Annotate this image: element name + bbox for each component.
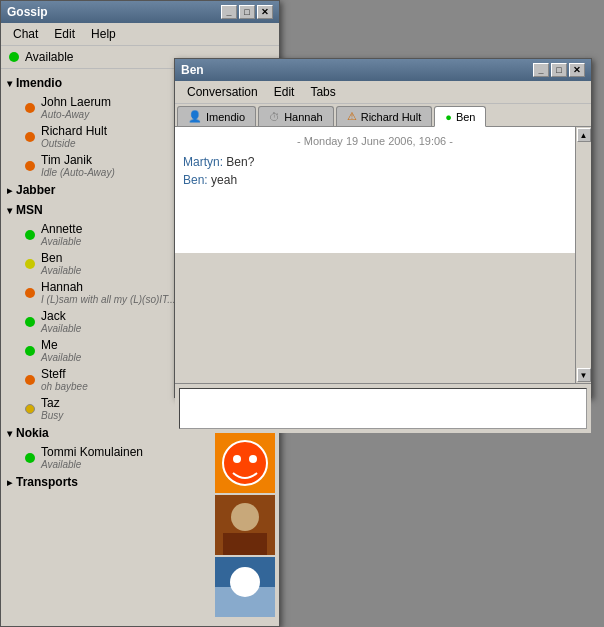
gossip-status-text: Available	[25, 50, 73, 64]
contact-name-jack: Jack	[41, 309, 81, 323]
scrollbar-down-button[interactable]: ▼	[577, 368, 591, 382]
chat-scrollbar: ▲ ▼	[575, 127, 591, 383]
contact-status-hannah: I (L)sam with all my (L)(so)IT...	[41, 294, 176, 305]
avatar-taz	[215, 557, 275, 617]
status-dot-icon	[9, 52, 19, 62]
scrollbar-track	[577, 142, 591, 368]
gossip-title: Gossip	[7, 5, 48, 19]
contact-dot-richard	[25, 132, 35, 142]
gossip-titlebar-buttons: _ □ ✕	[221, 5, 273, 19]
tab-icon-hannah: ⏱	[269, 111, 280, 123]
group-label-imendio: Imendio	[16, 76, 62, 90]
contact-dot-tommi	[25, 453, 35, 463]
group-arrow-msn: ▾	[7, 205, 12, 216]
contact-dot-annette	[25, 230, 35, 240]
gossip-menu-chat[interactable]: Chat	[5, 25, 46, 43]
contact-name-annette: Annette	[41, 222, 82, 236]
gossip-menu-help[interactable]: Help	[83, 25, 124, 43]
contact-status-jack: Available	[41, 323, 81, 334]
contact-status-tommi: Available	[41, 459, 143, 470]
contact-name-tim: Tim Janik	[41, 153, 115, 167]
contact-name-taz: Taz	[41, 396, 63, 410]
contact-dot-jack	[25, 317, 35, 327]
ben-titlebar: Ben _ □ ✕	[175, 59, 591, 81]
tab-ben[interactable]: ● Ben	[434, 106, 486, 127]
gossip-menubar: Chat Edit Help	[1, 23, 279, 46]
contact-status-richard: Outside	[41, 138, 107, 149]
tab-icon-ben: ●	[445, 111, 452, 123]
chat-sender-ben: Ben:	[183, 173, 211, 187]
tab-label-hannah: Hannah	[284, 111, 323, 123]
ben-menu-conversation[interactable]: Conversation	[179, 83, 266, 101]
chat-content-row: - Monday 19 June 2006, 19:06 - Martyn: B…	[175, 127, 591, 383]
chat-sender-martyn: Martyn:	[183, 155, 226, 169]
contact-status-john: Auto-Away	[41, 109, 111, 120]
ben-menu-edit[interactable]: Edit	[266, 83, 303, 101]
avatar-me	[215, 433, 275, 493]
contact-dot-me	[25, 346, 35, 356]
chat-input-area	[175, 383, 591, 433]
group-label-nokia: Nokia	[16, 426, 49, 440]
contact-dot-ben	[25, 259, 35, 269]
chat-text-martyn: Ben?	[226, 155, 254, 169]
svg-rect-9	[223, 533, 267, 555]
contact-name-john: John Laerum	[41, 95, 111, 109]
svg-point-6	[249, 455, 257, 463]
group-label-msn: MSN	[16, 203, 43, 217]
gossip-maximize-button[interactable]: □	[239, 5, 255, 19]
contact-dot-hannah	[25, 288, 35, 298]
ben-close-button[interactable]: ✕	[569, 63, 585, 77]
contact-status-tim: Idle (Auto-Away)	[41, 167, 115, 178]
tab-hannah[interactable]: ⏱ Hannah	[258, 106, 334, 126]
ben-window: Ben _ □ ✕ Conversation Edit Tabs 👤 Imend…	[174, 58, 592, 398]
chat-msg-martyn: Martyn: Ben?	[183, 155, 567, 169]
contact-status-taz: Busy	[41, 410, 63, 421]
tab-imendio[interactable]: 👤 Imendio	[177, 106, 256, 126]
ben-title: Ben	[181, 63, 204, 77]
avatar-steff	[215, 495, 275, 555]
group-label-transports: Transports	[16, 475, 78, 489]
gossip-menu-edit[interactable]: Edit	[46, 25, 83, 43]
contact-status-ben: Available	[41, 265, 81, 276]
tab-label-ben: Ben	[456, 111, 476, 123]
contact-name-steff: Steff	[41, 367, 88, 381]
chat-msg-ben: Ben: yeah	[183, 173, 567, 187]
group-arrow-jabber: ▸	[7, 185, 12, 196]
gossip-close-button[interactable]: ✕	[257, 5, 273, 19]
gossip-minimize-button[interactable]: _	[221, 5, 237, 19]
svg-point-5	[233, 455, 241, 463]
group-arrow-transports: ▸	[7, 477, 12, 488]
svg-point-12	[230, 567, 260, 597]
svg-point-8	[231, 503, 259, 531]
contact-name-me: Me	[41, 338, 81, 352]
tab-bar: 👤 Imendio ⏱ Hannah ⚠ Richard Hult ● Ben	[175, 104, 591, 127]
ben-maximize-button[interactable]: □	[551, 63, 567, 77]
chat-text-ben: yeah	[211, 173, 237, 187]
chat-date: - Monday 19 June 2006, 19:06 -	[183, 135, 567, 147]
contact-dot-john	[25, 103, 35, 113]
contact-dot-steff	[25, 375, 35, 385]
contact-name-ben: Ben	[41, 251, 81, 265]
scrollbar-up-button[interactable]: ▲	[577, 128, 591, 142]
contact-status-annette: Available	[41, 236, 82, 247]
contact-status-steff: oh baybee	[41, 381, 88, 392]
ben-menu-tabs[interactable]: Tabs	[302, 83, 343, 101]
ben-titlebar-buttons: _ □ ✕	[533, 63, 585, 77]
contact-name-tommi: Tommi Komulainen	[41, 445, 143, 459]
group-label-jabber: Jabber	[16, 183, 55, 197]
contact-name-hannah: Hannah	[41, 280, 176, 294]
tab-label-imendio: Imendio	[206, 111, 245, 123]
chat-area: - Monday 19 June 2006, 19:06 - Martyn: B…	[175, 127, 575, 253]
contact-dot-tim	[25, 161, 35, 171]
contact-status-me: Available	[41, 352, 81, 363]
tab-label-richard: Richard Hult	[361, 111, 422, 123]
tab-icon-richard: ⚠	[347, 110, 357, 123]
chat-input[interactable]	[179, 388, 587, 429]
group-arrow-imendio: ▾	[7, 78, 12, 89]
group-arrow-nokia: ▾	[7, 428, 12, 439]
tab-richard-hult[interactable]: ⚠ Richard Hult	[336, 106, 433, 126]
contact-dot-taz	[25, 404, 35, 414]
tab-icon-imendio: 👤	[188, 110, 202, 123]
gossip-titlebar: Gossip _ □ ✕	[1, 1, 279, 23]
ben-minimize-button[interactable]: _	[533, 63, 549, 77]
